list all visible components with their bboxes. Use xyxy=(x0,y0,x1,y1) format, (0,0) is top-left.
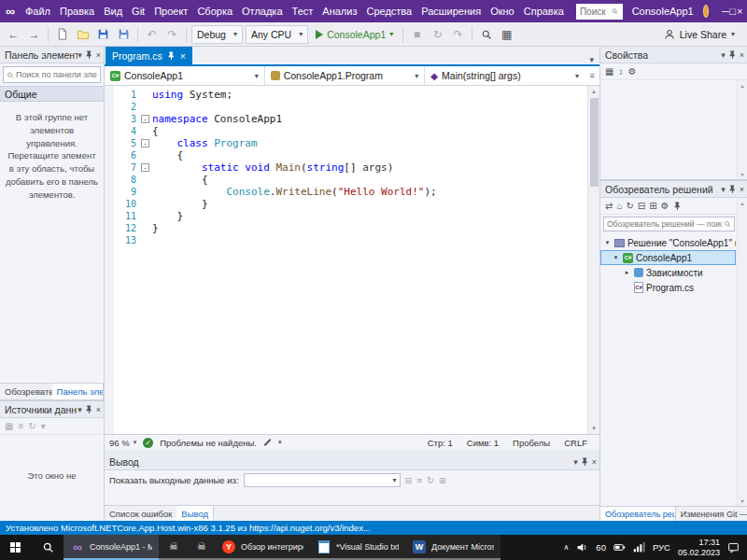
code-line[interactable]: 8 { xyxy=(114,174,587,186)
menu-git[interactable]: Git xyxy=(127,3,149,20)
fold-collapse-icon[interactable]: - xyxy=(138,113,152,125)
navigate-forward-icon[interactable]: → xyxy=(25,25,43,44)
restart-icon[interactable]: ↻ xyxy=(429,25,446,44)
save-icon[interactable] xyxy=(94,25,112,44)
refresh-output-icon[interactable]: ↻ xyxy=(427,475,434,485)
scroll-up-icon[interactable]: ▴ xyxy=(588,86,599,97)
taskbar-app-visual-studio[interactable]: ∞ ConsoleApp1 - Mic... xyxy=(63,535,159,560)
step-icons[interactable]: ↷ xyxy=(449,25,467,44)
refresh-icon[interactable]: ↻ xyxy=(626,201,633,211)
menu-help[interactable]: Справка xyxy=(519,3,569,20)
pin-icon[interactable] xyxy=(85,50,93,59)
scroll-up-icon[interactable]: ▴ xyxy=(740,200,743,206)
tab-server-explorer[interactable]: Обозревате... xyxy=(0,384,52,399)
tab-toolbox[interactable]: Панель эле... xyxy=(52,384,104,399)
redo-icon[interactable]: ↷ xyxy=(163,25,181,44)
window-position-icon[interactable]: ▾ xyxy=(573,457,578,467)
navigate-back-icon[interactable]: ← xyxy=(5,25,22,44)
platform-dropdown[interactable]: Any CPU ▾ xyxy=(246,25,308,44)
window-position-icon[interactable]: ▾ xyxy=(78,405,82,414)
pin-icon[interactable] xyxy=(728,50,737,59)
menu-project[interactable]: Проект xyxy=(149,3,192,20)
tab-git-changes[interactable]: Изменения Git — п... xyxy=(676,507,747,521)
line-indicator[interactable]: Стр: 1 xyxy=(428,438,453,448)
scrollbar-thumb[interactable] xyxy=(590,98,599,187)
window-minimize-button[interactable]: ─ xyxy=(722,1,729,21)
collapse-all-icon[interactable]: ⊟ xyxy=(638,201,645,211)
refresh-icon[interactable]: ↻ xyxy=(28,421,35,431)
taskbar-app-unknown-1[interactable]: ☠ xyxy=(159,535,187,560)
scroll-down-icon[interactable]: ▾ xyxy=(740,171,743,177)
spaces-indicator[interactable]: Пробелы xyxy=(513,438,550,448)
show-all-files-icon[interactable]: ⊞ xyxy=(649,201,656,211)
taskbar-search-button[interactable] xyxy=(32,535,63,560)
network-icon[interactable] xyxy=(633,541,645,553)
scroll-down-icon[interactable]: ▾ xyxy=(740,497,743,504)
properties-icon[interactable]: ⚙ xyxy=(661,201,669,211)
health-check-icon[interactable]: ✓ xyxy=(143,438,153,448)
volume-icon[interactable] xyxy=(576,541,588,553)
menu-view[interactable]: Вид xyxy=(99,3,127,20)
debug-configuration-dropdown[interactable]: Debug ▾ xyxy=(191,25,243,44)
code-line[interactable]: 4{ xyxy=(114,125,587,137)
expander-icon[interactable]: ▾ xyxy=(603,239,612,246)
pin-icon[interactable] xyxy=(85,405,93,413)
solution-search-box[interactable] xyxy=(603,217,735,231)
code-line[interactable]: 11 } xyxy=(114,210,587,222)
new-file-icon[interactable] xyxy=(53,25,71,44)
hidden-icons-chevron[interactable]: ∧ xyxy=(563,543,569,552)
stop-debug-icon[interactable]: ■ xyxy=(408,25,426,44)
save-all-icon[interactable] xyxy=(115,25,133,44)
scroll-down-icon[interactable]: ▾ xyxy=(588,423,599,434)
window-close-button[interactable]: × xyxy=(736,1,743,21)
tree-row-dependencies[interactable]: ▸ Зависимости xyxy=(600,265,736,280)
menu-edit[interactable]: Правка xyxy=(55,3,99,20)
solution-search-input[interactable] xyxy=(607,219,722,229)
project-dropdown[interactable]: C# ConsoleApp1 ▾ xyxy=(105,66,265,85)
quick-search-input[interactable] xyxy=(580,7,608,17)
tab-program-cs[interactable]: Program.cs × xyxy=(106,47,192,64)
code-line[interactable]: 13 xyxy=(114,234,587,246)
code-line[interactable]: 7- static void Main(string[] args) xyxy=(114,161,587,174)
taskbar-app-unknown-2[interactable]: ☠ xyxy=(187,535,215,560)
code-line[interactable]: 5- class Program xyxy=(114,137,587,149)
quick-search-box[interactable] xyxy=(576,4,623,20)
categorized-icon[interactable]: ▦ xyxy=(605,66,613,77)
pin-icon[interactable] xyxy=(581,457,589,466)
grid-icon[interactable]: ▦ xyxy=(5,421,13,431)
code-line[interactable]: 1using System; xyxy=(114,89,587,101)
taskbar-app-browser[interactable]: Y Обзор интегриров... xyxy=(215,535,310,560)
menu-tools[interactable]: Средства xyxy=(361,3,416,20)
line-ending-indicator[interactable]: CRLF xyxy=(564,438,587,448)
window-maximize-button[interactable]: □ xyxy=(729,1,737,21)
clear-output-icon[interactable]: ⊟ xyxy=(405,475,413,485)
code-lines[interactable]: 1using System;23-namespace ConsoleApp14{… xyxy=(114,86,587,434)
close-icon[interactable]: × xyxy=(740,185,744,194)
scroll-up-icon[interactable]: ▴ xyxy=(740,82,743,89)
expander-icon[interactable]: ▾ xyxy=(612,254,620,261)
split-window-icon[interactable]: ≡ xyxy=(585,66,599,85)
start-button[interactable] xyxy=(0,535,32,560)
tree-row-program-cs[interactable]: C# Program.cs xyxy=(600,280,736,295)
toolbox-search-box[interactable] xyxy=(3,66,101,83)
menu-debug[interactable]: Отладка xyxy=(237,3,287,20)
open-file-icon[interactable] xyxy=(74,25,92,44)
member-dropdown[interactable]: ◆ Main(string[] args) ▾ xyxy=(425,66,585,85)
editor-vertical-scrollbar[interactable]: ▴ ▾ xyxy=(587,86,599,434)
code-line[interactable]: 9 Console.WriteLine("Hello World!"); xyxy=(114,186,587,198)
column-indicator[interactable]: Симв: 1 xyxy=(467,438,499,448)
code-editor[interactable]: 1using System;23-namespace ConsoleApp14{… xyxy=(105,86,599,434)
solution-explorer-scrollbar[interactable]: ▴ ▾ xyxy=(737,198,747,506)
preview-pin-icon[interactable] xyxy=(673,202,682,210)
menu-window[interactable]: Окно xyxy=(486,3,519,20)
close-icon[interactable]: × xyxy=(96,50,101,60)
switch-views-icon[interactable]: ⇄ xyxy=(605,201,613,211)
home-icon[interactable]: ⌂ xyxy=(616,201,622,211)
battery-icon[interactable] xyxy=(613,541,626,553)
menu-test[interactable]: Тест xyxy=(288,3,318,20)
undo-icon[interactable]: ↶ xyxy=(143,25,161,44)
problems-status-text[interactable]: Проблемы не найдены. xyxy=(160,438,257,448)
fold-collapse-icon[interactable]: - xyxy=(138,137,152,149)
toolbox-group-general[interactable]: Общие xyxy=(0,86,104,102)
toolbox-search-input[interactable] xyxy=(16,70,97,79)
